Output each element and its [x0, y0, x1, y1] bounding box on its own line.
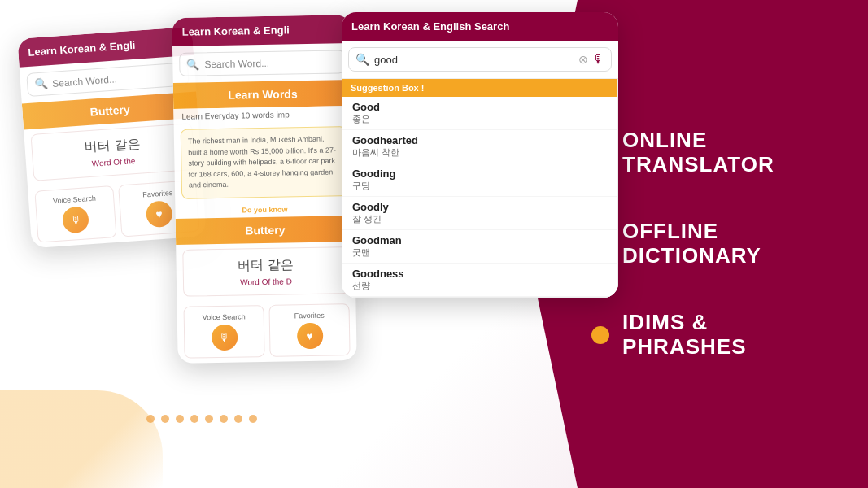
card2-header: Learn Korean & Engli: [172, 15, 351, 46]
suggestion-en-1: Good: [352, 101, 608, 113]
card2-section-sub: Learn Everyday 10 words imp: [173, 106, 352, 124]
card2-word-label: Word Of the D: [192, 276, 340, 287]
card2-voice-btn[interactable]: Voice Search 🎙: [183, 305, 264, 359]
phone-card-3: Learn Korean & English Search 🔍 good ⊗ 🎙…: [342, 12, 618, 298]
card1-search-input[interactable]: [52, 68, 182, 89]
suggestion-en-6: Goodness: [352, 268, 608, 280]
suggestion-item-3[interactable]: Gooding 구딩: [342, 163, 617, 197]
feature-label-2: OFFLINEDICTIONARY: [622, 220, 761, 268]
suggestion-ko-3: 구딩: [352, 180, 608, 192]
suggestion-en-2: Goodhearted: [352, 134, 608, 146]
feature-online-translator: ONLINETRANSLATOR: [591, 129, 774, 177]
card1-search[interactable]: 🔍: [26, 62, 190, 97]
card1-voice-label: Voice Search: [39, 193, 110, 206]
suggestion-dropdown: Suggestion Box ! Good 좋은 Goodhearted 마음씨…: [342, 78, 618, 298]
card2-word-card: 버터 같은 Word Of the D: [182, 246, 349, 297]
suggestion-ko-5: 굿맨: [352, 246, 608, 259]
card3-search-bar[interactable]: 🔍 good ⊗ 🎙: [348, 47, 612, 72]
suggestion-ko-2: 마음씨 착한: [352, 146, 608, 159]
card3-header: Learn Korean & English Search: [342, 12, 618, 41]
feature-idioms: IDIMS &PHRASHES: [591, 311, 746, 359]
card2-favorites-label: Favorites: [273, 311, 346, 320]
card2-search[interactable]: 🔍: [179, 50, 345, 76]
card3-search-value: good: [374, 54, 574, 66]
card2-voice-icon: 🎙: [211, 324, 238, 351]
card2-search-icon: 🔍: [186, 58, 199, 70]
suggestion-ko-4: 잘 생긴: [352, 213, 608, 225]
search-icon: 🔍: [34, 77, 48, 90]
suggestion-item-6[interactable]: Goodness 선량: [342, 264, 617, 297]
card2-heart-icon: ♥: [296, 322, 323, 349]
card1-header: Learn Korean & Engli: [17, 27, 194, 68]
suggestion-ko-6: 선량: [352, 280, 608, 292]
card2-voice-label: Voice Search: [188, 312, 260, 322]
card1-voice-icon: 🎙: [62, 206, 89, 233]
card1-word-card: 버터 같은 Word Of the: [30, 123, 195, 181]
suggestion-en-3: Gooding: [352, 168, 608, 180]
suggestion-en-5: Goodman: [352, 234, 608, 246]
suggestion-item-5[interactable]: Goodman 굿맨: [342, 230, 617, 264]
card3-mic-icon[interactable]: 🎙: [593, 53, 604, 66]
card2-section-banner: Learn Words: [173, 80, 353, 109]
suggestion-item-2[interactable]: Goodhearted 마음씨 착한: [342, 130, 617, 163]
suggestion-item-4[interactable]: Goodly 잘 생긴: [342, 197, 617, 230]
feature-label-1: ONLINETRANSLATOR: [622, 129, 774, 177]
phone-card-2: Learn Korean & Engli 🔍 Learn Words Learn…: [172, 15, 356, 363]
card1-voice-btn[interactable]: Voice Search 🎙: [34, 185, 116, 243]
suggestion-en-4: Goodly: [352, 201, 608, 213]
card1-heart-icon: ♥: [145, 200, 172, 228]
card2-story: The richest man in India, Mukesh Ambani,…: [181, 126, 347, 198]
card3-clear-icon[interactable]: ⊗: [578, 53, 588, 66]
card2-korean-word: 버터 같은: [191, 255, 339, 275]
card2-section-banner-2: Buttery: [176, 216, 355, 245]
feature-label-3: IDIMS &PHRASHES: [622, 311, 746, 359]
suggestion-header: Suggestion Box !: [342, 79, 617, 97]
suggestion-ko-1: 좋은: [352, 113, 608, 125]
card2-search-input[interactable]: [204, 56, 338, 70]
phones-area: Learn Korean & Engli 🔍 Buttery 버터 같은 Wor…: [24, 8, 610, 488]
card2-favorites-btn[interactable]: Favorites ♥: [268, 303, 350, 357]
card3-search-icon: 🔍: [355, 53, 369, 66]
card2-buttons: Voice Search 🎙 Favorites ♥: [177, 298, 356, 364]
suggestion-item-1[interactable]: Good 좋은: [342, 97, 617, 130]
